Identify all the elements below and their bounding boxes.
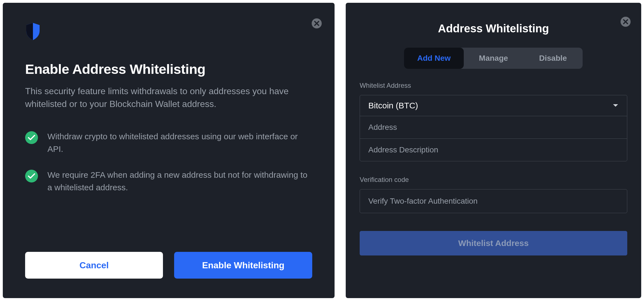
whitelist-form-stack: Bitcoin (BTC) [360, 95, 627, 161]
enable-whitelisting-modal: Enable Address Whitelisting This securit… [3, 3, 335, 298]
x-glyph [314, 21, 319, 26]
shield-icon [25, 22, 312, 42]
verification-code-label: Verification code [360, 176, 627, 184]
chevron-down-icon [612, 104, 619, 108]
tab-add-new[interactable]: Add New [404, 48, 463, 69]
address-description-input[interactable] [360, 139, 627, 161]
modal-title: Enable Address Whitelisting [25, 61, 312, 77]
tabs: Add New Manage Disable [404, 48, 583, 69]
address-whitelisting-panel: Address Whitelisting Add New Manage Disa… [346, 3, 641, 298]
whitelist-address-button[interactable]: Whitelist Address [360, 231, 627, 255]
cancel-button[interactable]: Cancel [25, 252, 163, 279]
modal-button-row: Cancel Enable Whitelisting [25, 252, 312, 279]
close-icon[interactable] [312, 18, 322, 28]
check-icon [25, 131, 38, 144]
feature-text: We require 2FA when adding a new address… [47, 169, 312, 194]
tab-disable[interactable]: Disable [523, 48, 583, 69]
check-icon [25, 170, 38, 182]
tab-manage[interactable]: Manage [464, 48, 523, 69]
feature-item: Withdraw crypto to whitelisted addresses… [25, 130, 312, 155]
address-input[interactable] [360, 116, 627, 139]
feature-item: We require 2FA when adding a new address… [25, 169, 312, 194]
panel-title: Address Whitelisting [360, 22, 627, 35]
currency-select[interactable]: Bitcoin (BTC) [360, 95, 627, 116]
x-glyph [623, 19, 628, 24]
enable-whitelisting-button[interactable]: Enable Whitelisting [174, 252, 312, 279]
verification-code-input[interactable] [360, 189, 627, 213]
currency-selected-value: Bitcoin (BTC) [368, 101, 418, 110]
modal-description: This security feature limits withdrawals… [25, 85, 312, 111]
feature-text: Withdraw crypto to whitelisted addresses… [47, 130, 312, 155]
close-icon[interactable] [621, 17, 631, 27]
whitelist-address-label: Whitelist Address [360, 82, 627, 89]
feature-list: Withdraw crypto to whitelisted addresses… [25, 130, 312, 194]
